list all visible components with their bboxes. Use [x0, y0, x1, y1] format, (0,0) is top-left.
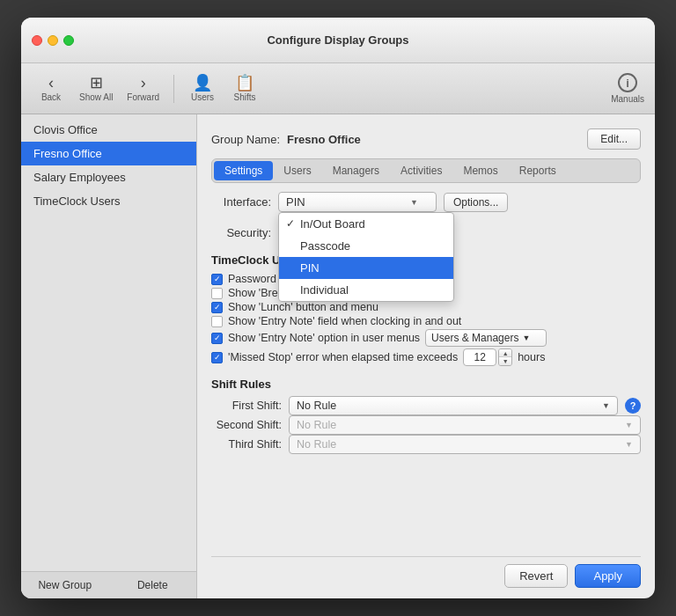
label-show-lunch: Show 'Lunch' button and menu — [228, 301, 378, 313]
main-window: Configure Display Groups ‹ Back ⊞ Show A… — [21, 18, 655, 598]
security-label: Security: — [211, 226, 271, 239]
group-name-value: Fresno Office — [287, 133, 580, 146]
third-shift-arrow-icon: ▼ — [625, 440, 633, 449]
main-content: Clovis Office Fresno Office Salary Emplo… — [21, 114, 655, 598]
second-shift-row: Second Shift: No Rule ▼ — [211, 415, 641, 435]
manuals-button[interactable]: i Manuals — [611, 73, 644, 104]
stepper-up-icon[interactable]: ▲ — [499, 349, 511, 357]
label-entry-note-option: Show 'Entry Note' option in user menus — [228, 332, 420, 344]
hours-label: hours — [518, 351, 545, 363]
entry-note-select[interactable]: Users & Managers ▼ — [425, 329, 547, 347]
toolbar: ‹ Back ⊞ Show All › Forward 👤 Users 📋 Sh… — [21, 63, 655, 114]
tab-managers[interactable]: Managers — [322, 161, 390, 180]
group-name-label: Group Name: — [211, 133, 280, 146]
tab-users[interactable]: Users — [273, 161, 321, 180]
tabs-bar: Settings Users Managers Activities Memos… — [211, 158, 641, 183]
checkbox-row-lunch: Show 'Lunch' button and menu — [211, 300, 641, 314]
back-button[interactable]: ‹ Back — [32, 71, 70, 106]
minimize-button[interactable] — [48, 35, 58, 46]
hours-stepper[interactable]: ▲ ▼ — [498, 348, 512, 366]
options-button[interactable]: Options... — [444, 193, 508, 212]
option-individual[interactable]: Individual — [279, 279, 453, 301]
shifts-icon: 📋 — [235, 75, 254, 91]
sidebar-item-clovis-office[interactable]: Clovis Office — [21, 118, 196, 142]
tab-reports[interactable]: Reports — [509, 161, 567, 180]
checkbox-entry-note-option[interactable] — [211, 333, 223, 344]
show-all-icon: ⊞ — [90, 75, 103, 91]
checkbox-row-missed-stop: 'Missed Stop' error when elapsed time ex… — [211, 348, 641, 367]
sidebar-item-timeclock-users[interactable]: TimeClock Users — [21, 189, 196, 213]
close-button[interactable] — [32, 35, 42, 46]
missed-stop-hours-input[interactable]: 12 — [463, 348, 496, 366]
checkbox-entry-note-field[interactable] — [211, 316, 223, 327]
shift-rules-section: Shift Rules First Shift: No Rule ▼ ? — [211, 378, 641, 454]
sidebar: Clovis Office Fresno Office Salary Emplo… — [21, 114, 197, 598]
revert-button[interactable]: Revert — [504, 564, 568, 588]
checkbox-password-required[interactable] — [211, 274, 223, 285]
interface-dropdown-container: PIN ▼ In/Out Board Passcode — [278, 192, 437, 212]
forward-icon: › — [141, 75, 146, 91]
checkbox-missed-stop[interactable] — [211, 352, 223, 363]
tab-memos[interactable]: Memos — [452, 161, 508, 180]
option-pin[interactable]: PIN — [279, 257, 453, 279]
second-shift-arrow-icon: ▼ — [625, 421, 633, 429]
sidebar-item-salary-employees[interactable]: Salary Employees — [21, 165, 196, 189]
interface-label: Interface: — [211, 195, 271, 209]
shifts-label: Shifts — [234, 92, 256, 102]
new-group-button[interactable]: New Group — [21, 572, 109, 598]
manuals-label: Manuals — [611, 94, 644, 104]
second-shift-label: Second Shift: — [211, 419, 282, 431]
show-all-label: Show All — [79, 92, 113, 102]
first-shift-row: First Shift: No Rule ▼ ? — [211, 396, 641, 415]
stepper-down-icon[interactable]: ▼ — [499, 357, 511, 365]
content-area: Group Name: Fresno Office Edit... Settin… — [197, 114, 655, 598]
users-button[interactable]: 👤 Users — [183, 71, 222, 106]
forward-button[interactable]: › Forward — [121, 71, 165, 106]
interface-dropdown-menu: In/Out Board Passcode PIN Individual — [278, 212, 454, 302]
manuals-icon: i — [618, 73, 637, 92]
option-inout[interactable]: In/Out Board — [279, 213, 453, 235]
show-all-button[interactable]: ⊞ Show All — [74, 71, 118, 106]
first-shift-label: First Shift: — [211, 400, 282, 412]
third-shift-label: Third Shift: — [211, 438, 282, 451]
apply-button[interactable]: Apply — [575, 564, 641, 588]
checkbox-show-lunch[interactable] — [211, 302, 223, 313]
interface-dropdown[interactable]: PIN ▼ — [278, 192, 437, 212]
maximize-button[interactable] — [63, 35, 74, 46]
window-title: Configure Display Groups — [267, 33, 408, 47]
sidebar-list: Clovis Office Fresno Office Salary Emplo… — [21, 114, 196, 571]
users-label: Users — [191, 92, 214, 102]
back-icon: ‹ — [48, 75, 54, 91]
tab-settings[interactable]: Settings — [214, 161, 273, 180]
first-shift-help-button[interactable]: ? — [625, 398, 641, 414]
users-icon: 👤 — [193, 75, 212, 91]
interface-row: Interface: PIN ▼ In/Out Board Pa — [211, 192, 641, 212]
forward-label: Forward — [127, 92, 159, 102]
third-shift-row: Third Shift: No Rule ▼ — [211, 435, 641, 454]
checkbox-row-entry-note-field: Show 'Entry Note' field when clocking in… — [211, 314, 641, 328]
group-header: Group Name: Fresno Office Edit... — [211, 128, 641, 150]
delete-button[interactable]: Delete — [109, 572, 197, 598]
first-shift-arrow-icon: ▼ — [602, 401, 610, 410]
sidebar-item-fresno-office[interactable]: Fresno Office — [21, 142, 196, 165]
label-entry-note-field: Show 'Entry Note' field when clocking in… — [228, 315, 461, 327]
edit-button[interactable]: Edit... — [587, 128, 641, 150]
second-shift-select[interactable]: No Rule ▼ — [289, 415, 641, 435]
bottom-bar: Revert Apply — [211, 556, 641, 588]
back-label: Back — [41, 92, 61, 102]
checkbox-show-break[interactable] — [211, 288, 223, 299]
first-shift-select[interactable]: No Rule ▼ — [289, 396, 618, 415]
settings-content: Interface: PIN ▼ In/Out Board Pa — [211, 192, 641, 547]
sidebar-footer: New Group Delete — [21, 571, 196, 598]
tab-activities[interactable]: Activities — [390, 161, 452, 180]
entry-note-select-arrow-icon: ▼ — [522, 334, 530, 342]
title-bar: Configure Display Groups — [21, 18, 655, 63]
shifts-button[interactable]: 📋 Shifts — [225, 71, 264, 106]
toolbar-separator — [173, 75, 174, 103]
third-shift-select[interactable]: No Rule ▼ — [289, 435, 641, 454]
checkbox-row-entry-note-option: Show 'Entry Note' option in user menus U… — [211, 328, 641, 348]
dropdown-arrow-icon: ▼ — [410, 198, 418, 207]
label-missed-stop: 'Missed Stop' error when elapsed time ex… — [228, 351, 458, 363]
option-passcode[interactable]: Passcode — [279, 235, 453, 257]
shift-rules-title: Shift Rules — [211, 378, 641, 391]
